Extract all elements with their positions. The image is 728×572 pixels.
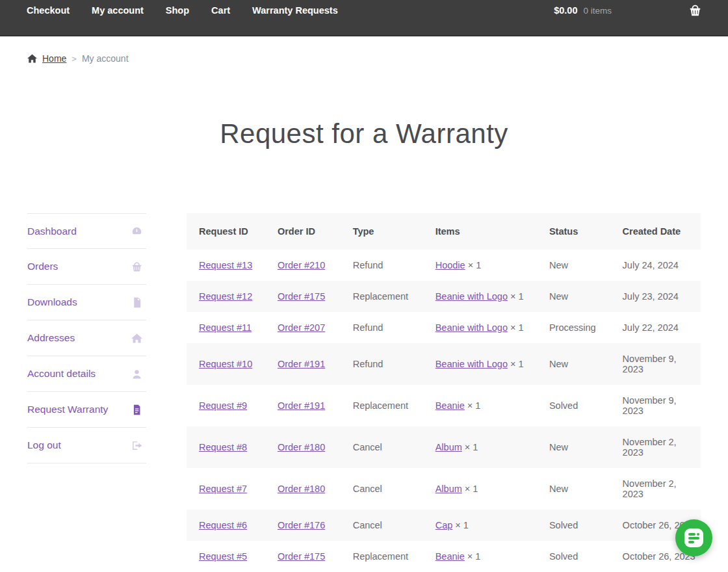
file-icon <box>131 297 142 308</box>
request-link[interactable]: Request #9 <box>199 400 247 411</box>
nav-cart[interactable]: Cart <box>211 5 230 16</box>
sidebar-item-label: Addresses <box>27 332 75 344</box>
item-quantity: × 1 <box>468 260 482 270</box>
table-row: Request #7 Order #180 Cancel Album× 1 Ne… <box>187 468 701 510</box>
request-link[interactable]: Request #12 <box>199 291 252 302</box>
item-link[interactable]: Cap <box>436 520 453 530</box>
order-link[interactable]: Order #175 <box>278 291 325 302</box>
request-link[interactable]: Request #10 <box>199 359 252 369</box>
nav-warranty-requests[interactable]: Warranty Requests <box>252 5 338 16</box>
request-link[interactable]: Request #8 <box>199 442 247 452</box>
status-cell: Solved <box>537 510 610 541</box>
order-link[interactable]: Order #176 <box>278 520 325 530</box>
sidebar-item-label: Log out <box>27 439 61 451</box>
date-cell: November 2, 2023 <box>610 426 701 468</box>
order-link[interactable]: Order #191 <box>278 400 325 411</box>
sidebar-item-orders[interactable]: Orders <box>27 249 146 285</box>
table-row: Request #8 Order #180 Cancel Album× 1 Ne… <box>187 426 701 468</box>
request-link[interactable]: Request #7 <box>199 484 247 494</box>
sidebar-item-dashboard[interactable]: Dashboard <box>27 213 146 249</box>
item-quantity: × 1 <box>467 551 481 562</box>
type-cell: Cancel <box>341 426 423 468</box>
col-items: Items <box>423 213 537 250</box>
request-link[interactable]: Request #6 <box>199 520 247 530</box>
order-link[interactable]: Order #180 <box>278 484 325 494</box>
chat-launcher-button[interactable] <box>675 519 712 556</box>
basket-icon <box>131 261 142 272</box>
request-link[interactable]: Request #13 <box>199 260 252 270</box>
item-link[interactable]: Beanie <box>436 551 465 562</box>
table-row: Request #12 Order #175 Replacement Beani… <box>187 281 701 312</box>
gauge-icon <box>131 226 142 237</box>
order-link[interactable]: Order #207 <box>278 322 325 333</box>
warranty-requests-section: Request ID Order ID Type Items Status Cr… <box>187 213 701 572</box>
item-link[interactable]: Beanie with Logo <box>436 291 508 302</box>
item-link[interactable]: Beanie with Logo <box>436 322 508 333</box>
status-cell: New <box>537 426 610 468</box>
item-link[interactable]: Album <box>436 442 462 452</box>
warranty-table-body: Request #13 Order #210 Refund Hoodie× 1 … <box>187 250 701 572</box>
basket-icon[interactable] <box>688 5 702 16</box>
table-row: Request #5 Order #175 Replacement Beanie… <box>187 541 701 572</box>
item-link[interactable]: Album <box>436 484 462 494</box>
table-row: Request #11 Order #207 Refund Beanie wit… <box>187 312 701 343</box>
item-quantity: × 1 <box>510 322 524 333</box>
sidebar-item-log-out[interactable]: Log out <box>27 428 146 463</box>
type-cell: Cancel <box>341 510 423 541</box>
sidebar-item-downloads[interactable]: Downloads <box>27 285 146 320</box>
sidebar-item-addresses[interactable]: Addresses <box>27 320 146 356</box>
date-cell: July 24, 2024 <box>610 250 701 281</box>
nav-my-account[interactable]: My account <box>92 5 144 16</box>
sidebar-item-label: Request Warranty <box>27 404 108 415</box>
status-cell: Solved <box>537 385 610 426</box>
order-link[interactable]: Order #191 <box>278 359 325 369</box>
table-header-row: Request ID Order ID Type Items Status Cr… <box>187 213 701 250</box>
breadcrumb: Home > My account <box>27 53 728 64</box>
home-icon <box>27 54 37 63</box>
request-link[interactable]: Request #5 <box>199 551 247 562</box>
item-quantity: × 1 <box>465 442 478 452</box>
date-cell: July 22, 2024 <box>610 312 701 343</box>
sidebar-item-label: Orders <box>27 261 58 272</box>
item-quantity: × 1 <box>467 400 481 411</box>
status-cell: New <box>537 343 610 385</box>
request-link[interactable]: Request #11 <box>199 322 252 333</box>
status-cell: New <box>537 468 610 510</box>
sidebar-item-account-details[interactable]: Account details <box>27 356 146 392</box>
item-quantity: × 1 <box>510 291 524 302</box>
cart-summary[interactable]: $0.00 0 items <box>554 5 728 16</box>
home-icon <box>131 333 142 344</box>
item-quantity: × 1 <box>465 484 478 494</box>
breadcrumb-home-link[interactable]: Home <box>42 53 66 64</box>
page-title: Request for a Warranty <box>0 118 728 150</box>
col-order-id: Order ID <box>265 213 341 250</box>
item-link[interactable]: Beanie with Logo <box>436 359 508 369</box>
user-icon <box>131 369 142 380</box>
account-content: Dashboard Orders Downloads Addresses Acc… <box>0 213 728 572</box>
item-link[interactable]: Beanie <box>436 400 465 411</box>
order-link[interactable]: Order #180 <box>278 442 325 452</box>
item-quantity: × 1 <box>455 520 469 530</box>
type-cell: Replacement <box>341 385 423 426</box>
col-created-date: Created Date <box>610 213 701 250</box>
sidebar-item-request-warranty[interactable]: Request Warranty <box>27 392 146 428</box>
date-cell: November 9, 2023 <box>610 385 701 426</box>
nav-shop[interactable]: Shop <box>166 5 189 16</box>
document-icon <box>131 404 142 415</box>
order-link[interactable]: Order #210 <box>278 260 325 270</box>
sidebar-item-label: Downloads <box>27 296 77 308</box>
breadcrumb-current: My account <box>82 53 129 64</box>
table-row: Request #13 Order #210 Refund Hoodie× 1 … <box>187 250 701 281</box>
item-link[interactable]: Hoodie <box>436 260 465 270</box>
nav-checkout[interactable]: Checkout <box>27 5 70 16</box>
status-cell: New <box>537 250 610 281</box>
type-cell: Cancel <box>341 468 423 510</box>
order-link[interactable]: Order #175 <box>278 551 325 562</box>
col-type: Type <box>341 213 423 250</box>
chat-icon <box>684 528 703 547</box>
date-cell: November 9, 2023 <box>610 343 701 385</box>
type-cell: Refund <box>341 312 423 343</box>
table-row: Request #10 Order #191 Refund Beanie wit… <box>187 343 701 385</box>
sidebar-item-label: Dashboard <box>27 226 77 237</box>
date-cell: July 23, 2024 <box>610 281 701 312</box>
